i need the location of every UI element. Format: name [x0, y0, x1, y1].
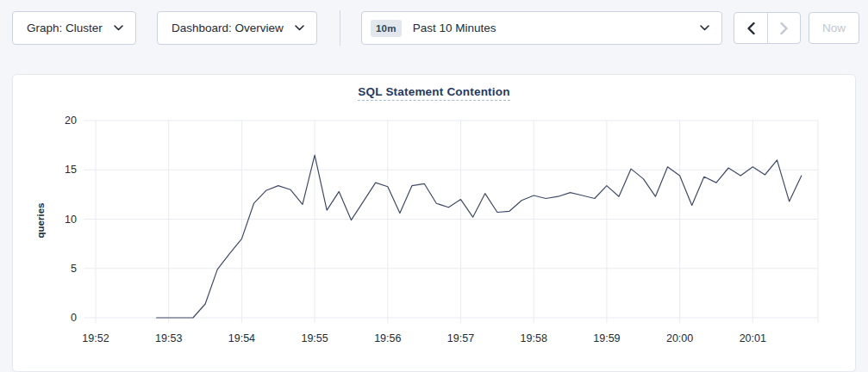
db-console-page: Graph: Cluster Dashboard: Overview 10m P… — [0, 0, 868, 372]
chevron-down-icon — [295, 25, 304, 31]
y-tick-label: 10 — [65, 214, 77, 226]
y-axis-label: queries — [35, 203, 46, 239]
chevron-right-icon — [780, 22, 788, 34]
line-chart: 0510152019:5219:5319:5419:5519:5619:5719… — [13, 75, 857, 371]
x-tick-label: 19:55 — [301, 332, 328, 344]
y-tick-label: 5 — [71, 263, 77, 275]
x-tick-label: 19:54 — [228, 332, 255, 344]
x-tick-label: 19:56 — [374, 332, 401, 344]
x-tick-label: 19:59 — [593, 332, 620, 344]
time-range-label: Past 10 Minutes — [413, 22, 691, 34]
y-tick-label: 15 — [65, 164, 77, 176]
y-tick-label: 0 — [71, 312, 77, 324]
chevron-down-icon — [114, 25, 123, 31]
y-tick-label: 20 — [65, 115, 77, 127]
prev-range-button[interactable] — [734, 13, 767, 43]
x-tick-label: 20:01 — [740, 332, 766, 344]
dashboard-dropdown[interactable]: Dashboard: Overview — [157, 11, 317, 45]
series-line-queries — [157, 155, 802, 318]
chart-card: SQL Statement Contention 0510152019:5219… — [12, 74, 856, 372]
now-button[interactable]: Now — [809, 12, 859, 44]
toolbar-divider — [340, 10, 340, 46]
toolbar: Graph: Cluster Dashboard: Overview 10m P… — [0, 0, 868, 57]
x-tick-label: 19:53 — [155, 332, 182, 344]
time-range-badge: 10m — [371, 20, 402, 37]
next-range-button[interactable] — [767, 13, 800, 43]
chevron-left-icon — [747, 22, 755, 34]
chevron-down-icon — [700, 25, 709, 31]
time-range-nav — [734, 12, 801, 44]
x-tick-label: 19:58 — [521, 332, 547, 344]
x-tick-label: 19:52 — [82, 332, 109, 344]
time-range-picker[interactable]: 10m Past 10 Minutes — [361, 11, 722, 45]
graph-dropdown[interactable]: Graph: Cluster — [12, 11, 136, 45]
x-tick-label: 20:00 — [666, 332, 693, 344]
dashboard-dropdown-label: Dashboard: Overview — [172, 22, 284, 34]
x-tick-label: 19:57 — [447, 332, 474, 344]
graph-dropdown-label: Graph: Cluster — [27, 22, 103, 34]
